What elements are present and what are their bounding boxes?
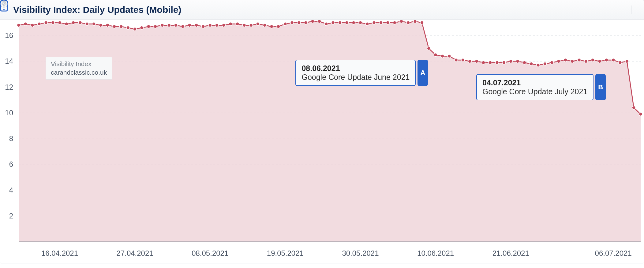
svg-point-83 bbox=[338, 21, 342, 24]
svg-point-102 bbox=[468, 60, 471, 63]
svg-point-93 bbox=[406, 21, 410, 24]
svg-point-116 bbox=[564, 58, 567, 62]
svg-point-42 bbox=[58, 21, 61, 24]
svg-point-59 bbox=[174, 24, 178, 27]
svg-point-121 bbox=[598, 60, 601, 63]
svg-point-54 bbox=[140, 26, 143, 29]
svg-point-103 bbox=[475, 60, 478, 63]
svg-point-108 bbox=[509, 60, 512, 63]
svg-point-3 bbox=[3, 3, 5, 5]
svg-point-114 bbox=[550, 61, 553, 64]
svg-point-91 bbox=[393, 21, 396, 24]
svg-text:06.07.2021: 06.07.2021 bbox=[595, 249, 632, 257]
annotation-a[interactable]: 08.06.2021 Google Core Update June 2021 … bbox=[295, 60, 428, 86]
svg-point-95 bbox=[420, 21, 424, 24]
svg-point-80 bbox=[318, 20, 321, 23]
chart-card: Visibility Index: Daily Updates (Mobile)… bbox=[0, 0, 644, 263]
svg-point-48 bbox=[99, 24, 102, 27]
svg-point-41 bbox=[51, 21, 54, 24]
svg-text:8: 8 bbox=[9, 134, 13, 143]
svg-point-79 bbox=[311, 20, 314, 23]
svg-point-56 bbox=[154, 25, 157, 28]
svg-point-49 bbox=[106, 24, 109, 27]
svg-point-45 bbox=[78, 21, 82, 24]
svg-point-94 bbox=[414, 20, 417, 23]
svg-text:19.05.2021: 19.05.2021 bbox=[267, 249, 304, 257]
annotation-a-badge: A bbox=[417, 60, 428, 86]
svg-point-38 bbox=[31, 24, 34, 27]
svg-text:2: 2 bbox=[9, 212, 13, 220]
svg-text:6: 6 bbox=[9, 160, 13, 168]
svg-point-126 bbox=[632, 106, 635, 109]
svg-point-69 bbox=[242, 24, 246, 27]
legend-title: Visibility Index bbox=[51, 60, 107, 68]
svg-point-104 bbox=[482, 61, 485, 64]
svg-point-58 bbox=[167, 24, 171, 27]
svg-text:16: 16 bbox=[5, 31, 13, 39]
svg-point-53 bbox=[133, 28, 137, 31]
svg-point-87 bbox=[365, 22, 369, 26]
svg-point-43 bbox=[65, 22, 68, 26]
annotation-b[interactable]: 04.07.2021 Google Core Update July 2021 … bbox=[476, 74, 606, 100]
annotation-b-date: 04.07.2021 bbox=[482, 78, 587, 87]
svg-text:4: 4 bbox=[9, 186, 13, 194]
svg-point-84 bbox=[345, 21, 348, 24]
chart-title: Visibility Index: Daily Updates (Mobile) bbox=[13, 5, 182, 15]
card-header: Visibility Index: Daily Updates (Mobile)… bbox=[0, 0, 644, 20]
svg-text:12: 12 bbox=[5, 83, 13, 91]
svg-point-97 bbox=[434, 53, 437, 57]
svg-point-92 bbox=[400, 20, 403, 23]
header-divider bbox=[631, 6, 631, 14]
svg-point-88 bbox=[373, 21, 376, 24]
svg-text:21.06.2021: 21.06.2021 bbox=[492, 249, 529, 257]
svg-point-96 bbox=[427, 47, 430, 50]
svg-point-98 bbox=[441, 54, 444, 58]
svg-point-86 bbox=[359, 21, 362, 24]
svg-point-62 bbox=[195, 24, 198, 27]
svg-text:08.05.2021: 08.05.2021 bbox=[192, 249, 228, 257]
svg-point-65 bbox=[215, 24, 219, 27]
svg-point-85 bbox=[352, 21, 355, 24]
svg-text:16.04.2021: 16.04.2021 bbox=[41, 249, 78, 257]
annotation-a-date: 08.06.2021 bbox=[301, 64, 410, 73]
svg-point-71 bbox=[256, 22, 260, 26]
svg-point-1 bbox=[3, 9, 5, 10]
svg-point-113 bbox=[543, 62, 547, 65]
svg-point-81 bbox=[324, 22, 328, 26]
svg-point-70 bbox=[249, 24, 253, 27]
legend-box: Visibility Index carandclassic.co.uk bbox=[46, 57, 112, 80]
svg-point-123 bbox=[612, 58, 615, 62]
svg-point-89 bbox=[379, 21, 383, 24]
svg-point-47 bbox=[92, 22, 95, 26]
svg-point-61 bbox=[188, 24, 191, 27]
svg-line-9 bbox=[6, 6, 7, 7]
svg-point-110 bbox=[523, 61, 526, 64]
svg-point-46 bbox=[85, 22, 89, 26]
svg-point-100 bbox=[455, 58, 458, 62]
svg-text:10: 10 bbox=[5, 109, 13, 117]
annotation-b-badge: B bbox=[595, 74, 606, 100]
svg-point-68 bbox=[236, 22, 239, 26]
svg-point-117 bbox=[571, 60, 574, 63]
svg-point-118 bbox=[578, 58, 581, 62]
svg-point-40 bbox=[44, 21, 48, 24]
svg-point-74 bbox=[277, 25, 280, 28]
svg-point-64 bbox=[208, 24, 212, 27]
svg-point-82 bbox=[331, 21, 335, 24]
svg-point-109 bbox=[516, 60, 519, 63]
svg-point-122 bbox=[605, 58, 608, 62]
svg-point-124 bbox=[619, 61, 622, 64]
svg-point-125 bbox=[625, 60, 629, 63]
svg-point-52 bbox=[126, 26, 130, 29]
annotation-a-text: Google Core Update June 2021 bbox=[301, 73, 410, 82]
svg-point-36 bbox=[17, 24, 21, 27]
svg-point-77 bbox=[297, 21, 301, 24]
svg-point-90 bbox=[386, 21, 389, 24]
chart-svg: 24681012141616.04.202127.04.202108.05.20… bbox=[0, 20, 644, 263]
svg-line-8 bbox=[2, 2, 2, 2]
svg-point-111 bbox=[530, 62, 533, 65]
svg-point-72 bbox=[263, 24, 266, 27]
svg-point-115 bbox=[557, 60, 560, 63]
chart-plot-area[interactable]: 24681012141616.04.202127.04.202108.05.20… bbox=[0, 20, 644, 263]
svg-point-107 bbox=[502, 61, 506, 64]
